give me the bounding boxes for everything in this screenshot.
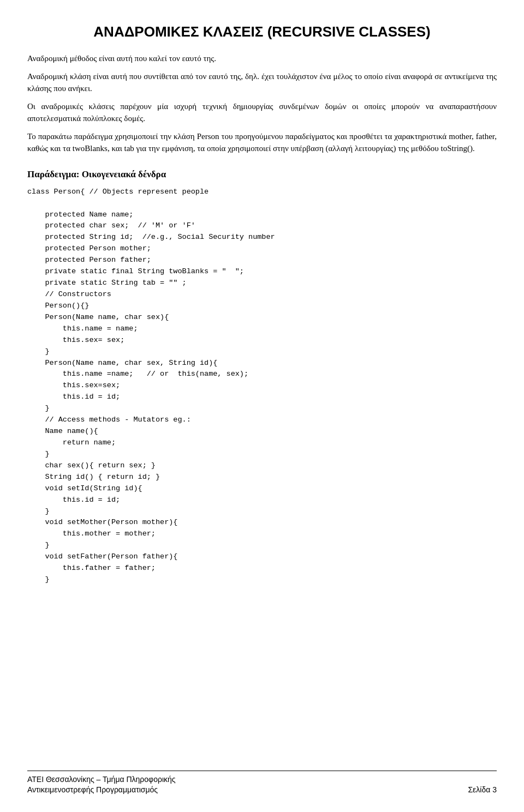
paragraph-1: Αναδρομική μέθοδος είναι αυτή που καλεί …: [27, 52, 497, 65]
footer-institution: ΑΤΕΙ Θεσσαλονίκης – Τμήμα Πληροφορικής: [27, 774, 176, 785]
intro-text: Αναδρομική μέθοδος είναι αυτή που καλεί …: [27, 52, 497, 155]
paragraph-2: Αναδρομική κλάση είναι αυτή που συντίθετ…: [27, 70, 497, 95]
section-heading: Παράδειγμα: Οικογενειακά δένδρα: [27, 168, 497, 181]
code-block: class Person{ // Objects represent peopl…: [27, 187, 497, 586]
page-footer: ΑΤΕΙ Θεσσαλονίκης – Τμήμα Πληροφορικής Α…: [27, 771, 497, 796]
footer-course: Αντικειμενοστρεφής Προγραμματισμός: [27, 785, 176, 796]
footer-left: ΑΤΕΙ Θεσσαλονίκης – Τμήμα Πληροφορικής Α…: [27, 774, 176, 796]
paragraph-4: Το παρακάτω παράδειγμα χρησιμοποιεί την …: [27, 130, 497, 155]
paragraph-3: Οι αναδρομικές κλάσεις παρέχουν μία ισχυ…: [27, 100, 497, 125]
page-title: ΑΝΑΔΡΟΜΙΚΕΣ ΚΛΑΣΕΙΣ (RECURSIVE CLASSES): [27, 22, 497, 41]
footer-page-number: Σελίδα 3: [468, 785, 497, 796]
